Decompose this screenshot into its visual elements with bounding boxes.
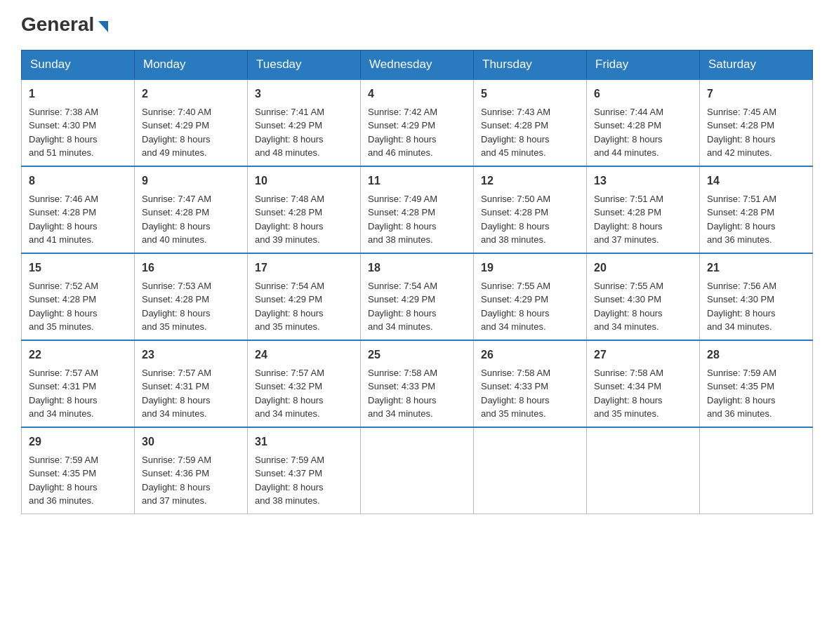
daylight-continued: and 35 minutes. bbox=[594, 408, 659, 419]
daylight-continued: and 38 minutes. bbox=[255, 495, 320, 506]
week-row-1: 1 Sunrise: 7:38 AM Sunset: 4:30 PM Dayli… bbox=[22, 79, 813, 166]
day-number: 29 bbox=[29, 434, 127, 450]
sunrise-label: Sunrise: 7:55 AM bbox=[594, 281, 663, 291]
sunset-label: Sunset: 4:28 PM bbox=[481, 120, 548, 130]
logo-text-general: General bbox=[21, 14, 94, 36]
day-cell: 22 Sunrise: 7:57 AM Sunset: 4:31 PM Dayl… bbox=[22, 340, 135, 427]
sunrise-label: Sunrise: 7:58 AM bbox=[594, 368, 663, 378]
day-number: 21 bbox=[707, 260, 805, 276]
sunset-label: Sunset: 4:30 PM bbox=[594, 294, 661, 304]
day-number: 24 bbox=[255, 347, 353, 363]
daylight-continued: and 44 minutes. bbox=[594, 147, 659, 158]
day-number: 17 bbox=[255, 260, 353, 276]
sunset-label: Sunset: 4:29 PM bbox=[368, 294, 435, 304]
week-row-3: 15 Sunrise: 7:52 AM Sunset: 4:28 PM Dayl… bbox=[22, 253, 813, 340]
day-number: 28 bbox=[707, 347, 805, 363]
daylight-continued: and 34 minutes. bbox=[29, 408, 94, 419]
sunrise-label: Sunrise: 7:58 AM bbox=[368, 368, 437, 378]
sunset-label: Sunset: 4:28 PM bbox=[29, 207, 96, 217]
day-cell: 26 Sunrise: 7:58 AM Sunset: 4:33 PM Dayl… bbox=[474, 340, 587, 427]
header-row: SundayMondayTuesdayWednesdayThursdayFrid… bbox=[22, 50, 813, 79]
day-cell: 4 Sunrise: 7:42 AM Sunset: 4:29 PM Dayli… bbox=[361, 79, 474, 166]
daylight-continued: and 38 minutes. bbox=[481, 234, 546, 245]
sunset-label: Sunset: 4:33 PM bbox=[481, 381, 548, 391]
header-cell-saturday: Saturday bbox=[700, 50, 813, 79]
header-cell-thursday: Thursday bbox=[474, 50, 587, 79]
sunrise-label: Sunrise: 7:56 AM bbox=[707, 281, 776, 291]
sunset-label: Sunset: 4:28 PM bbox=[707, 120, 774, 130]
daylight-label: Daylight: 8 hours bbox=[255, 308, 324, 318]
logo-arrow-icon bbox=[98, 21, 108, 32]
sunset-label: Sunset: 4:29 PM bbox=[368, 120, 435, 130]
day-number: 18 bbox=[368, 260, 466, 276]
sunset-label: Sunset: 4:29 PM bbox=[142, 120, 209, 130]
day-number: 10 bbox=[255, 173, 353, 189]
sunrise-label: Sunrise: 7:58 AM bbox=[481, 368, 550, 378]
daylight-label: Daylight: 8 hours bbox=[255, 221, 324, 232]
day-number: 2 bbox=[142, 86, 240, 102]
sunrise-label: Sunrise: 7:49 AM bbox=[368, 194, 437, 204]
day-number: 5 bbox=[481, 86, 579, 102]
sunrise-label: Sunrise: 7:40 AM bbox=[142, 107, 211, 117]
daylight-continued: and 35 minutes. bbox=[255, 321, 320, 332]
sunset-label: Sunset: 4:31 PM bbox=[142, 381, 209, 391]
daylight-label: Daylight: 8 hours bbox=[594, 134, 663, 145]
day-number: 30 bbox=[142, 434, 240, 450]
daylight-continued: and 36 minutes. bbox=[707, 234, 772, 245]
day-number: 9 bbox=[142, 173, 240, 189]
sunset-label: Sunset: 4:28 PM bbox=[594, 120, 661, 130]
daylight-continued: and 34 minutes. bbox=[368, 321, 433, 332]
day-cell: 25 Sunrise: 7:58 AM Sunset: 4:33 PM Dayl… bbox=[361, 340, 474, 427]
day-number: 7 bbox=[707, 86, 805, 102]
day-cell: 18 Sunrise: 7:54 AM Sunset: 4:29 PM Dayl… bbox=[361, 253, 474, 340]
day-cell: 5 Sunrise: 7:43 AM Sunset: 4:28 PM Dayli… bbox=[474, 79, 587, 166]
sunrise-label: Sunrise: 7:59 AM bbox=[29, 455, 98, 465]
header-cell-wednesday: Wednesday bbox=[361, 50, 474, 79]
sunrise-label: Sunrise: 7:43 AM bbox=[481, 107, 550, 117]
daylight-continued: and 39 minutes. bbox=[255, 234, 320, 245]
day-number: 23 bbox=[142, 347, 240, 363]
page-header: General bbox=[21, 14, 813, 36]
sunrise-label: Sunrise: 7:45 AM bbox=[707, 107, 776, 117]
day-cell: 30 Sunrise: 7:59 AM Sunset: 4:36 PM Dayl… bbox=[135, 427, 248, 514]
daylight-continued: and 49 minutes. bbox=[142, 147, 207, 158]
sunset-label: Sunset: 4:28 PM bbox=[707, 207, 774, 217]
day-number: 27 bbox=[594, 347, 692, 363]
day-number: 15 bbox=[29, 260, 127, 276]
daylight-continued: and 34 minutes. bbox=[707, 321, 772, 332]
daylight-continued: and 34 minutes. bbox=[368, 408, 433, 419]
day-number: 19 bbox=[481, 260, 579, 276]
day-number: 20 bbox=[594, 260, 692, 276]
day-cell: 23 Sunrise: 7:57 AM Sunset: 4:31 PM Dayl… bbox=[135, 340, 248, 427]
day-number: 8 bbox=[29, 173, 127, 189]
header-cell-friday: Friday bbox=[587, 50, 700, 79]
daylight-label: Daylight: 8 hours bbox=[255, 482, 324, 492]
daylight-continued: and 37 minutes. bbox=[594, 234, 659, 245]
day-cell: 21 Sunrise: 7:56 AM Sunset: 4:30 PM Dayl… bbox=[700, 253, 813, 340]
day-cell bbox=[361, 427, 474, 514]
sunset-label: Sunset: 4:36 PM bbox=[142, 468, 209, 478]
daylight-continued: and 34 minutes. bbox=[255, 408, 320, 419]
sunrise-label: Sunrise: 7:41 AM bbox=[255, 107, 324, 117]
daylight-continued: and 41 minutes. bbox=[29, 234, 94, 245]
daylight-label: Daylight: 8 hours bbox=[29, 482, 98, 492]
daylight-continued: and 42 minutes. bbox=[707, 147, 772, 158]
sunrise-label: Sunrise: 7:48 AM bbox=[255, 194, 324, 204]
sunset-label: Sunset: 4:28 PM bbox=[481, 207, 548, 217]
day-cell: 14 Sunrise: 7:51 AM Sunset: 4:28 PM Dayl… bbox=[700, 166, 813, 253]
sunrise-label: Sunrise: 7:44 AM bbox=[594, 107, 663, 117]
daylight-label: Daylight: 8 hours bbox=[29, 395, 98, 405]
sunrise-label: Sunrise: 7:55 AM bbox=[481, 281, 550, 291]
daylight-label: Daylight: 8 hours bbox=[368, 221, 437, 232]
sunrise-label: Sunrise: 7:51 AM bbox=[594, 194, 663, 204]
sunrise-label: Sunrise: 7:57 AM bbox=[142, 368, 211, 378]
week-row-4: 22 Sunrise: 7:57 AM Sunset: 4:31 PM Dayl… bbox=[22, 340, 813, 427]
day-cell: 9 Sunrise: 7:47 AM Sunset: 4:28 PM Dayli… bbox=[135, 166, 248, 253]
daylight-label: Daylight: 8 hours bbox=[29, 308, 98, 318]
daylight-continued: and 38 minutes. bbox=[368, 234, 433, 245]
daylight-continued: and 40 minutes. bbox=[142, 234, 207, 245]
sunset-label: Sunset: 4:37 PM bbox=[255, 468, 322, 478]
sunset-label: Sunset: 4:30 PM bbox=[707, 294, 774, 304]
daylight-continued: and 34 minutes. bbox=[142, 408, 207, 419]
daylight-label: Daylight: 8 hours bbox=[142, 482, 211, 492]
